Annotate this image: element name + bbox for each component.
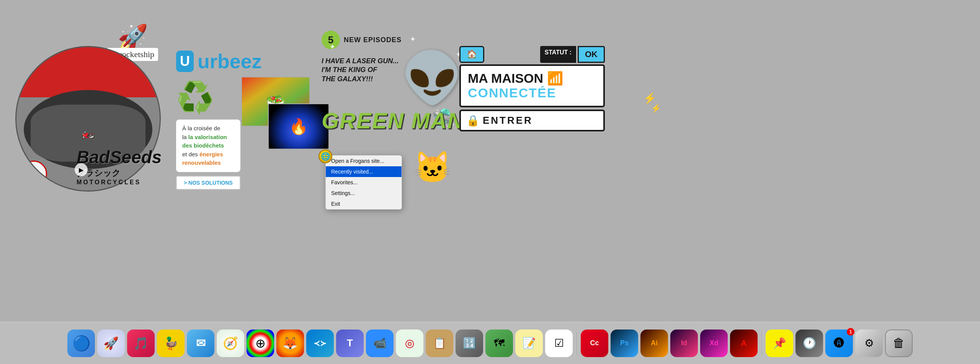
dock-item-creative-cloud[interactable]: Cc xyxy=(581,330,608,357)
dock-item-music[interactable]: 🎵 xyxy=(127,330,155,357)
urbeez-u-icon: U xyxy=(176,51,194,72)
appstore-icon: 🅐 xyxy=(834,337,844,349)
enter-label[interactable]: ENTRER xyxy=(483,115,533,126)
green-man-content: 👽 🛸 I HAVE A LASER GUN... I'M THE KING O… xyxy=(322,49,467,133)
context-menu-item-exit[interactable]: Exit xyxy=(326,198,402,209)
dock-item-clocker[interactable]: 🕐 xyxy=(795,330,823,357)
context-menu-item-recently[interactable]: Recently visited... xyxy=(326,166,402,177)
house-icon: 🏠 xyxy=(467,49,477,59)
dock-item-launchpad[interactable]: 🚀 xyxy=(97,330,125,357)
urbeez-name: urbeez xyxy=(198,50,262,73)
sparkle-2: ✦ xyxy=(410,34,416,44)
appstore-badge: 1 xyxy=(847,328,854,336)
dock-item-acrobat[interactable]: A xyxy=(730,330,758,357)
indesign-icon: Id xyxy=(681,339,687,347)
dock-item-colorsync[interactable]: ⚙ xyxy=(855,330,883,357)
play-button[interactable]: ▶ xyxy=(75,163,88,176)
notes-icon: 📝 xyxy=(523,337,536,349)
vscode-icon: ≺≻ xyxy=(314,339,327,348)
lock-icon: 🔒 xyxy=(466,114,480,127)
dock-separator-2 xyxy=(761,332,762,355)
zoom-icon: 📹 xyxy=(373,337,387,349)
nos-solutions-button[interactable]: > NOS SOLUTIONS xyxy=(176,176,240,190)
dock-item-rubber-duck[interactable]: 🦆 xyxy=(157,330,185,357)
context-menu: Open a Frogans site... Recently visited.… xyxy=(325,155,402,210)
calculator-icon: 🔢 xyxy=(463,337,476,349)
colorsync-icon: ⚙ xyxy=(864,337,874,349)
dock-item-coppice[interactable]: 📋 xyxy=(426,330,453,357)
dock-item-xd[interactable]: Xd xyxy=(700,330,728,357)
dock-item-mail[interactable]: ✉ xyxy=(187,330,214,357)
dock-item-chrome[interactable]: ⊕ xyxy=(247,330,274,357)
maison-widget[interactable]: 🏠 STATUT : OK MA MAISON 📶 CONNECTÉE 🔒 EN… xyxy=(459,46,605,131)
teams-icon: T xyxy=(347,337,353,349)
context-menu-item-settings[interactable]: Settings... xyxy=(326,188,402,198)
green-man-header: 5 NEW EPISODES xyxy=(322,31,467,49)
dock-item-maps[interactable]: 🗺 xyxy=(485,330,513,357)
dock-item-illustrator[interactable]: Ai xyxy=(640,330,668,357)
dock-item-reminders[interactable]: ☑ xyxy=(545,330,573,357)
new-episodes-label: NEW EPISODES xyxy=(344,36,402,44)
quote-text: I HAVE A LASER GUN... I'M THE KING OF TH… xyxy=(322,57,399,84)
food-image-2: 🔥 xyxy=(268,103,329,149)
dock-separator xyxy=(577,332,577,355)
safari-icon: 🧭 xyxy=(223,336,238,351)
frogans-icon[interactable]: 🌐 xyxy=(318,149,332,163)
chrome-icon: ⊕ xyxy=(255,336,266,351)
context-menu-item-favorites[interactable]: Favorites... xyxy=(326,177,402,188)
urbeez-desc: À la croisée de la la valorisation des b… xyxy=(176,120,240,172)
context-menu-item-open[interactable]: Open a Frogans site... xyxy=(326,156,402,166)
desktop: 🚀 le rocketship 🏍️ BsBadSeeds BadSeeds ク… xyxy=(0,0,980,322)
badseeds-text: BadSeeds クラシック MOTORCYCLES xyxy=(77,147,162,186)
wifi-icon: 📶 xyxy=(547,71,563,85)
coppice-icon: 📋 xyxy=(433,337,446,349)
statut-ok: OK xyxy=(578,46,605,63)
clocker-icon: 🕐 xyxy=(803,337,816,349)
maison-subtitle: CONNECTÉE xyxy=(468,85,596,100)
frogans-globe-icon: 🌐 xyxy=(321,152,330,161)
dock-item-safari[interactable]: 🧭 xyxy=(217,330,244,357)
firefox-icon: 🦊 xyxy=(283,336,298,351)
lightning-2: ⚡ xyxy=(651,103,661,113)
dock-item-appstore[interactable]: 🅐 1 xyxy=(825,330,853,357)
dock-item-firefox[interactable]: 🦊 xyxy=(276,330,304,357)
urbeez-logo: U urbeez xyxy=(176,50,262,73)
dock-item-stickies[interactable]: 📌 xyxy=(766,330,793,357)
dock-item-trash[interactable]: 🗑 xyxy=(885,330,913,357)
badseeds-widget[interactable]: 🏍️ BsBadSeeds BadSeeds クラシック MOTORCYCLES… xyxy=(15,46,176,188)
illustrator-icon: Ai xyxy=(651,339,658,347)
acrobat-icon: A xyxy=(741,338,747,348)
dock-item-vscode[interactable]: ≺≻ xyxy=(306,330,334,357)
entrer-section[interactable]: 🔒 ENTRER xyxy=(459,110,605,131)
statut-label: STATUT : xyxy=(540,46,577,63)
finder-icon: 🔵 xyxy=(72,335,90,352)
dock-item-notes[interactable]: 📝 xyxy=(515,330,543,357)
dock-item-zoom[interactable]: 📹 xyxy=(366,330,394,357)
dock-item-teams[interactable]: T xyxy=(336,330,364,357)
reminders-icon: ☑ xyxy=(554,337,564,349)
trash-icon: 🗑 xyxy=(893,336,905,350)
alien-icon: 👽 xyxy=(401,49,463,107)
dock-item-indesign[interactable]: Id xyxy=(670,330,698,357)
mail-icon: ✉ xyxy=(196,336,206,350)
launchpad-icon: 🚀 xyxy=(103,336,119,351)
stickies-icon: 📌 xyxy=(773,337,786,349)
dock: 🔵 🚀 🎵 🦆 ✉ 🧭 ⊕ 🦊 ≺≻ T 📹 ◎ 📋 🔢 🗺 xyxy=(0,322,980,364)
cat-logo: 🐱 xyxy=(413,149,452,185)
photoshop-icon: Ps xyxy=(620,339,629,347)
dock-item-calculator[interactable]: 🔢 xyxy=(456,330,483,357)
recycle-icon: ♻️ xyxy=(176,80,240,116)
maps-icon: 🗺 xyxy=(494,337,505,349)
green-man-title: GREEN MAN xyxy=(322,108,464,133)
maison-title: MA MAISON 📶 xyxy=(468,71,596,85)
scrobble-icon: ◎ xyxy=(405,337,414,349)
dock-item-scrobble[interactable]: ◎ xyxy=(396,330,423,357)
dock-item-photoshop[interactable]: Ps xyxy=(611,330,638,357)
music-icon: 🎵 xyxy=(133,336,149,351)
green-man-widget[interactable]: 5 NEW EPISODES ✦ ✦ ✦ 👽 🛸 I HAVE A LASER … xyxy=(322,31,467,133)
lightning-1: ⚡ xyxy=(643,92,657,105)
rubber-duck-icon: 🦆 xyxy=(163,336,178,351)
creative-cloud-icon: Cc xyxy=(590,339,599,347)
maison-main-box: MA MAISON 📶 CONNECTÉE xyxy=(459,64,605,107)
dock-item-finder[interactable]: 🔵 xyxy=(67,330,95,357)
